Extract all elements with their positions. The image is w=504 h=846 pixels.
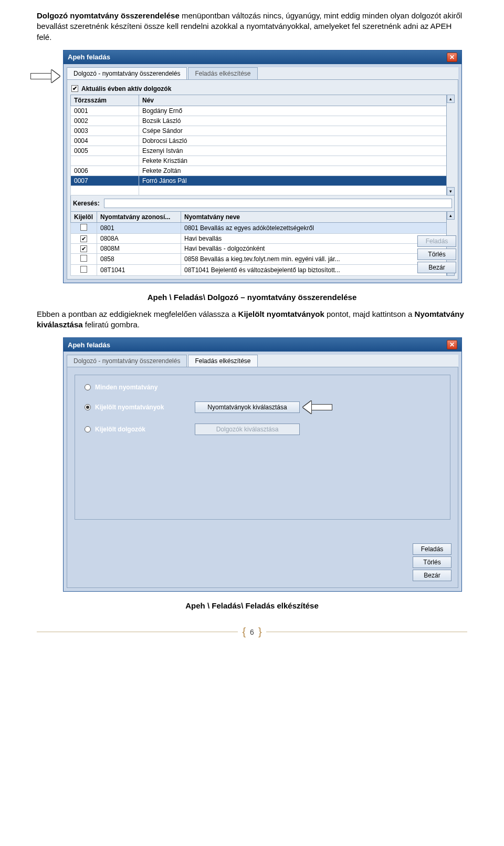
checkbox-icon[interactable] [80,224,87,231]
callout-arrow-icon [30,70,60,82]
cell-form-id: 0801 [97,222,181,233]
feladas-button[interactable]: Feladás [417,235,456,247]
window-apeh-feladas-1: Apeh feladás ✕ Dolgozó - nyomtatvány öss… [63,50,462,283]
scroll-up-icon[interactable]: ▴ [447,95,455,103]
tab-feladas-elkeszitese[interactable]: Feladás elkészítése [188,67,257,79]
table-row[interactable]: 0007Forró János Pál [71,176,455,185]
torles-button[interactable]: Törlés [417,249,456,260]
search-input[interactable] [104,199,452,208]
cell-form-id: 0858 [97,253,181,264]
tabbar: Dolgozó - nyomtatvány összerendelés Fela… [67,355,458,367]
checkbox-icon[interactable]: ✔ [71,85,78,92]
col-nyomtatvany-id[interactable]: Nyomtatvány azonosí... [97,211,181,222]
tab-osszerendeles[interactable]: Dolgozó - nyomtatvány összerendelés [67,67,187,79]
checkbox-icon[interactable]: ✔ [80,245,87,252]
table-row[interactable]: 0002Bozsik László [71,116,455,126]
table-row[interactable]: 0001Bogdány Ernő [71,106,455,116]
panel-outer: Minden nyomtatvány Kijelölt nyomtatványo… [67,367,458,588]
table-row[interactable]: 08T104108T1041 Bejelentő és változásbeje… [71,264,455,275]
table-row[interactable]: 0003Csépe Sándor [71,126,455,136]
active-year-checkbox-row[interactable]: ✔ Aktuális évben aktív dolgozók [70,83,455,95]
panel-main: ✔ Aktuális évben aktív dolgozók Törzsszá… [67,80,458,280]
cell-torzsszam: 0007 [71,176,139,185]
callout-arrow-icon [303,401,332,414]
bezar-button[interactable]: Bezár [417,262,456,273]
bezar-button[interactable]: Bezár [413,570,452,581]
cell-torzsszam: 0005 [71,146,139,156]
employees-table: Törzsszám Név 0001Bogdány Ernő0002Bozsik… [70,95,455,195]
checkbox-icon[interactable] [80,266,87,273]
table-row[interactable]: 0004Dobrocsi László [71,136,455,146]
page-footer: { 6 } [37,626,467,638]
p2c: pontot, majd kattintson a [324,309,415,318]
window-title: Apeh feladás [68,341,110,349]
cell-nev: Csépe Sándor [139,126,455,136]
cell-kijelol[interactable] [71,253,97,264]
radio-label: Minden nyomtatvány [95,384,158,391]
table-row [71,185,455,195]
window-titlebar: Apeh feladás ✕ [64,338,461,352]
side-buttons: Feladás Törlés Bezár [417,235,456,273]
scrollbar[interactable]: ▴ ▾ [446,95,455,195]
cell-form-id: 0808A [97,233,181,243]
cell-kijelol[interactable]: ✔ [71,243,97,253]
radio-icon[interactable] [85,404,91,410]
table-row[interactable]: ✔0808MHavi bevallás - dolgozónként [71,243,455,253]
brace-right-icon: } [254,626,266,638]
cell-kijelol[interactable] [71,222,97,233]
radio-minden[interactable]: Minden nyomtatvány [85,384,195,391]
cell-torzsszam: 0002 [71,116,139,126]
col-nev[interactable]: Név [139,95,455,106]
radio-icon[interactable] [85,384,91,390]
page-number: 6 [250,628,254,636]
search-label: Keresés: [73,200,100,207]
figure-1: Apeh feladás ✕ Dolgozó - nyomtatvány öss… [37,50,467,283]
p2a: Ebben a pontban az eddigieknek megfelelő… [37,309,238,318]
cell-torzsszam: 0001 [71,106,139,116]
torles-button[interactable]: Törlés [413,556,452,568]
feladas-button[interactable]: Feladás [413,543,452,555]
cell-form-name: Havi bevallás - dolgozónként [181,243,455,253]
forms-table-wrap: Kijelöl Nyomtatvány azonosí... Nyomtatvá… [70,211,455,276]
radio-label: Kijelölt dolgozók [95,426,145,433]
window-apeh-feladas-2: Apeh feladás ✕ Dolgozó - nyomtatvány öss… [63,337,462,592]
cell-torzsszam: 0003 [71,126,139,136]
table-row[interactable]: 0006Fekete Zoltán [71,166,455,176]
radio-label: Kijelölt nyomtatványok [95,404,164,411]
select-forms-button[interactable]: Nyomtatványok kiválasztása [195,401,300,413]
table-row[interactable]: 08010801 Bevallás az egyes adókötelezett… [71,222,455,233]
cell-nev: Bozsik László [139,116,455,126]
radio-kijelolt-nyomtatvanyok[interactable]: Kijelölt nyomtatványok [85,404,195,411]
table-row[interactable]: 08580858 Bevallás a kieg.tev.folyt.nem m… [71,253,455,264]
search-row: Keresés: [70,195,455,211]
close-icon[interactable]: ✕ [447,53,457,62]
cell-nev: Forró János Pál [139,176,455,185]
tab-osszerendeles[interactable]: Dolgozó - nyomtatvány összerendelés [67,355,187,367]
radio-icon[interactable] [85,426,91,432]
select-employees-button: Dolgozók kiválasztása [195,424,300,435]
col-torzsszam[interactable]: Törzsszám [71,95,139,106]
cell-nev: Dobrocsi László [139,136,455,146]
tabbar: Dolgozó - nyomtatvány összerendelés Fela… [67,67,458,80]
tab-feladas-elkeszitese[interactable]: Feladás elkészítése [188,355,257,367]
checkbox-icon[interactable] [80,255,87,262]
figure2-caption: Apeh \ Feladás\ Feladás elkészítése [37,601,467,610]
cell-nev: Fekete Krisztián [139,156,455,166]
cell-form-name: 0801 Bevallás az egyes adókötelezettsége… [181,222,455,233]
close-icon[interactable]: ✕ [447,340,457,349]
cell-form-name: 0858 Bevallás a kieg.tev.folyt.nem min. … [181,253,455,264]
table-row[interactable]: Fekete Krisztián [71,156,455,166]
col-nyomtatvany-nev[interactable]: Nyomtatvány neve [181,211,455,222]
cell-torzsszam: 0004 [71,136,139,146]
scroll-up-icon[interactable]: ▴ [447,211,455,220]
col-kijelol[interactable]: Kijelöl [71,211,97,222]
cell-kijelol[interactable] [71,264,97,275]
cell-kijelol[interactable]: ✔ [71,233,97,243]
table-row[interactable]: ✔0808AHavi bevallás [71,233,455,243]
cell-nev: Bogdány Ernő [139,106,455,116]
radio-kijelolt-dolgozok[interactable]: Kijelölt dolgozók [85,426,195,433]
checkbox-icon[interactable]: ✔ [80,235,87,242]
mid-paragraph: Ebben a pontban az eddigieknek megfelelő… [37,309,467,331]
table-row[interactable]: 0005Eszenyi István [71,146,455,156]
scroll-down-icon[interactable]: ▾ [447,187,455,195]
